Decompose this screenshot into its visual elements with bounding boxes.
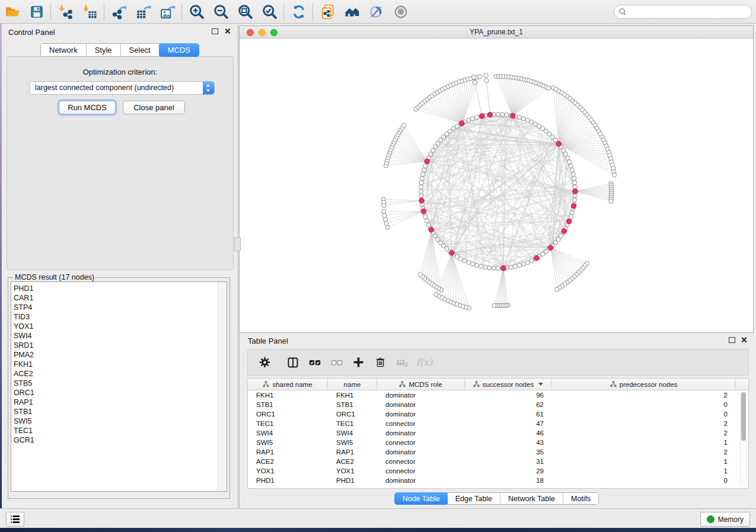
save-session-button[interactable] [24, 2, 49, 22]
graph-hub-node[interactable] [511, 113, 515, 118]
graph-node[interactable] [569, 214, 573, 219]
float-panel-icon[interactable] [212, 28, 218, 34]
table-scrollbar[interactable] [740, 391, 747, 486]
graph-node[interactable] [426, 223, 430, 227]
graph-node[interactable] [483, 265, 487, 270]
mcds-result-item[interactable]: SRD1 [11, 341, 227, 350]
graph-node[interactable] [419, 194, 423, 198]
share-document-button[interactable] [315, 2, 340, 22]
graph-node[interactable] [521, 262, 525, 266]
table-cell[interactable]: dominator [377, 428, 465, 438]
show-columns-button[interactable] [282, 354, 304, 371]
network-window-titlebar[interactable]: YPA_prune.txt_1 [240, 26, 753, 39]
zoom-out-button[interactable] [209, 2, 233, 22]
graph-node[interactable] [473, 81, 477, 85]
graph-hub-node[interactable] [562, 229, 566, 233]
table-tab-node-table[interactable]: Node Table [394, 492, 448, 505]
graph-node[interactable] [573, 198, 577, 202]
import-network-button[interactable] [53, 2, 78, 22]
table-cell[interactable]: 1 [552, 438, 736, 447]
table-cell[interactable]: dominator [377, 390, 465, 400]
close-panel-icon[interactable] [224, 28, 231, 34]
graph-node[interactable] [570, 168, 574, 172]
graph-node[interactable] [471, 262, 475, 266]
table-cell[interactable]: connector [377, 457, 465, 466]
graph-node[interactable] [471, 75, 476, 79]
table-cell[interactable]: FKH1 [328, 390, 377, 400]
table-row[interactable]: PHD1PHD1dominator180 [248, 476, 748, 485]
graph-hub-node[interactable] [449, 251, 454, 255]
mcds-result-item[interactable]: SWI4 [11, 331, 227, 341]
memory-button[interactable]: Memory [700, 512, 750, 527]
graph-node[interactable] [505, 113, 509, 117]
graph-hub-node[interactable] [480, 114, 484, 118]
table-settings-button[interactable] [254, 354, 276, 371]
graph-node[interactable] [487, 266, 492, 270]
graph-node[interactable] [384, 221, 388, 225]
table-cell[interactable]: ACE2 [328, 457, 377, 466]
table-tab-network-table[interactable]: Network Table [500, 493, 563, 504]
graph-node[interactable] [521, 117, 525, 121]
export-image-button[interactable] [155, 2, 180, 22]
table-cell[interactable]: dominator [377, 409, 465, 419]
graph-node[interactable] [567, 160, 572, 164]
graph-node[interactable] [423, 164, 428, 168]
mcds-result-item[interactable]: TEC1 [11, 426, 227, 435]
graph-node[interactable] [555, 287, 559, 291]
graph-node[interactable] [419, 185, 423, 189]
graph-node[interactable] [517, 263, 521, 267]
table-cell[interactable]: 31 [465, 457, 552, 466]
graph-node[interactable] [402, 123, 406, 127]
table-cell[interactable]: RAP1 [248, 447, 328, 457]
mcds-result-item[interactable]: STB1 [11, 407, 227, 416]
graph-hub-node[interactable] [556, 142, 561, 146]
graph-node[interactable] [381, 209, 385, 213]
graph-node[interactable] [525, 118, 529, 122]
task-history-button[interactable] [6, 512, 24, 527]
mcds-result-item[interactable]: CAR1 [11, 293, 227, 303]
table-cell[interactable]: connector [377, 466, 465, 476]
graph-node[interactable] [570, 210, 574, 214]
table-cell[interactable]: ORC1 [248, 409, 328, 419]
close-panel-icon[interactable] [741, 336, 747, 343]
graph-node[interactable] [419, 181, 423, 185]
graph-node[interactable] [513, 264, 517, 268]
graph-node[interactable] [419, 273, 423, 277]
table-row[interactable]: SWI4SWI4dominator462 [248, 428, 748, 438]
table-cell[interactable]: TEC1 [248, 419, 328, 428]
graph-node[interactable] [385, 225, 390, 229]
tab-network[interactable]: Network [41, 44, 87, 56]
table-row[interactable]: SWI5SWI5connector431 [248, 438, 748, 447]
table-cell[interactable]: PHD1 [248, 476, 328, 485]
float-panel-icon[interactable] [729, 337, 735, 343]
home-button[interactable] [340, 2, 364, 22]
graph-node[interactable] [478, 75, 482, 79]
graph-node[interactable] [609, 199, 613, 203]
table-row[interactable]: STB1STB1dominator620 [248, 400, 748, 409]
table-cell[interactable]: 2 [552, 428, 736, 438]
graph-hub-node[interactable] [534, 255, 539, 260]
graph-hub-node[interactable] [573, 189, 578, 194]
column-header-MCDS-role[interactable]: MCDS role [377, 379, 465, 390]
graph-hub-node[interactable] [425, 159, 429, 164]
graph-node[interactable] [496, 266, 500, 270]
graph-node[interactable] [484, 73, 488, 78]
run-mcds-button[interactable]: Run MCDS [59, 101, 116, 114]
graph-node[interactable] [425, 219, 429, 223]
mcds-result-item[interactable]: ACE2 [11, 369, 227, 379]
table-cell[interactable]: dominator [377, 476, 465, 485]
table-cell[interactable]: 2 [552, 447, 736, 457]
graph-hub-node[interactable] [460, 121, 464, 126]
column-header-name[interactable]: name [328, 379, 377, 390]
table-row[interactable]: FKH1FKH1dominator962 [248, 390, 748, 400]
table-cell[interactable]: 2 [552, 390, 736, 400]
export-network-button[interactable] [107, 2, 131, 22]
table-cell[interactable]: connector [377, 438, 465, 447]
table-cell[interactable]: dominator [377, 447, 465, 457]
mcds-result-item[interactable]: STP4 [11, 303, 227, 312]
graph-node[interactable] [566, 156, 570, 160]
table-cell[interactable]: TEC1 [328, 419, 377, 428]
table-cell[interactable]: 0 [552, 409, 736, 419]
graph-node[interactable] [569, 164, 573, 168]
table-tab-motifs[interactable]: Motifs [563, 493, 598, 504]
